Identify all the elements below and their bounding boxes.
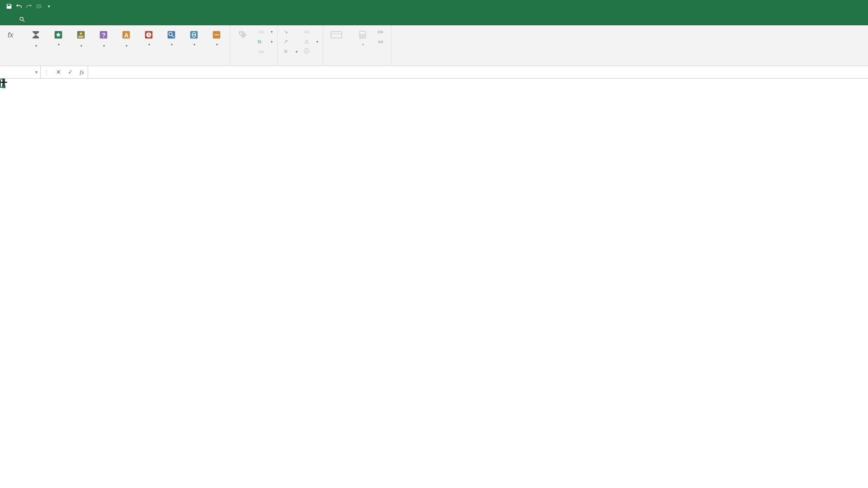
autocomplete-dropdown[interactable] bbox=[0, 79, 1, 80]
undo-icon[interactable] bbox=[15, 3, 23, 10]
save-icon[interactable] bbox=[5, 3, 13, 10]
svg-text:fx: fx bbox=[8, 31, 14, 39]
watch-window-button[interactable] bbox=[326, 26, 347, 42]
trace-precedents-button[interactable]: ↘ bbox=[280, 27, 299, 36]
svg-text:fx: fx bbox=[258, 39, 262, 44]
recent-functions-button[interactable]: ▾ bbox=[48, 26, 69, 47]
datetime-button[interactable]: ▾ bbox=[138, 26, 159, 47]
group-watch bbox=[323, 25, 349, 66]
svg-text:?: ? bbox=[102, 32, 105, 39]
name-box-dropdown-icon[interactable]: ▼ bbox=[34, 70, 38, 75]
calc-now-icon: ▭ bbox=[377, 28, 384, 35]
dependent-icon: ↗ bbox=[282, 38, 289, 45]
formula-icon: fx bbox=[257, 38, 264, 45]
calculate-sheet-button[interactable]: ▭ bbox=[375, 37, 388, 46]
svg-rect-27 bbox=[331, 32, 342, 38]
redo-icon[interactable] bbox=[25, 3, 33, 10]
money-icon bbox=[74, 28, 88, 42]
svg-text:A: A bbox=[124, 32, 128, 39]
svg-rect-8 bbox=[79, 36, 84, 38]
svg-point-1 bbox=[38, 6, 40, 7]
precedent-icon: ↘ bbox=[282, 28, 289, 35]
insert-function-button[interactable]: fx bbox=[3, 26, 24, 42]
logical-button[interactable]: ? ▾ bbox=[93, 26, 114, 49]
formula-bar: ▼ ⋮ ✕ ✓ fx bbox=[0, 66, 868, 79]
svg-rect-29 bbox=[359, 31, 366, 39]
active-cell-editor[interactable] bbox=[0, 79, 5, 88]
remove-arrows-button[interactable]: ✕▾ bbox=[280, 47, 299, 56]
calc-icon bbox=[355, 28, 370, 42]
formula-input[interactable] bbox=[88, 66, 868, 78]
define-icon: ▭ bbox=[257, 28, 264, 35]
question-icon: ? bbox=[96, 28, 111, 42]
theta-icon bbox=[187, 28, 201, 42]
group-function-library: fx ▾ ▾ ▾ ? ▾ A ▾ bbox=[0, 25, 230, 66]
ribbon-tabs bbox=[0, 13, 868, 25]
clock-icon bbox=[142, 28, 156, 42]
eval-icon: ⓘ bbox=[303, 48, 310, 55]
error-icon: ⚠ bbox=[303, 38, 310, 45]
touch-icon[interactable] bbox=[35, 3, 42, 10]
show-icon: ▭ bbox=[303, 28, 310, 35]
more-functions-button[interactable]: ▾ bbox=[206, 26, 227, 47]
cancel-icon[interactable]: ✕ bbox=[52, 66, 64, 78]
svg-point-22 bbox=[214, 34, 216, 36]
fx-icon[interactable]: fx bbox=[76, 66, 88, 78]
customize-qat-icon[interactable]: ▾ bbox=[45, 3, 52, 10]
svg-point-24 bbox=[217, 34, 219, 36]
svg-point-25 bbox=[240, 33, 242, 34]
create-from-selection-button[interactable]: ▭ bbox=[255, 47, 274, 56]
text-button[interactable]: A ▾ bbox=[116, 26, 137, 49]
calculation-options-button[interactable]: ▾ bbox=[352, 26, 373, 47]
calculate-now-button[interactable]: ▭ bbox=[375, 27, 388, 36]
lookup-button[interactable]: ▾ bbox=[161, 26, 182, 47]
evaluate-formula-button[interactable]: ⓘ bbox=[301, 47, 320, 56]
math-button[interactable]: ▾ bbox=[184, 26, 204, 47]
search-icon bbox=[19, 16, 25, 23]
group-formula-auditing: ↘ ↗ ✕▾ ▭ ⚠▾ ⓘ bbox=[278, 25, 323, 66]
calc-sheet-icon: ▭ bbox=[377, 38, 384, 45]
fill-handle[interactable] bbox=[3, 85, 5, 88]
svg-point-23 bbox=[216, 34, 217, 36]
svg-rect-30 bbox=[360, 32, 365, 34]
error-checking-button[interactable]: ⚠▾ bbox=[301, 37, 320, 46]
tell-me-search[interactable] bbox=[19, 16, 28, 25]
text-icon: A bbox=[119, 28, 133, 42]
autosum-button[interactable]: ▾ bbox=[25, 26, 46, 49]
name-box[interactable]: ▼ bbox=[0, 66, 41, 78]
use-in-formula-button[interactable]: fx▾ bbox=[255, 37, 274, 46]
svg-line-3 bbox=[23, 20, 25, 22]
title-bar: ▾ bbox=[0, 0, 868, 13]
lookup-icon bbox=[164, 28, 179, 42]
group-defined-names: ▭▾ fx▾ ▭ bbox=[230, 25, 278, 66]
selection-icon: ▭ bbox=[257, 48, 264, 55]
svg-point-2 bbox=[20, 17, 23, 20]
separator: ⋮ bbox=[41, 66, 52, 78]
star-icon bbox=[51, 28, 66, 42]
more-icon bbox=[209, 28, 224, 42]
define-name-button[interactable]: ▭▾ bbox=[255, 27, 274, 36]
remove-icon: ✕ bbox=[282, 48, 289, 55]
enter-icon[interactable]: ✓ bbox=[64, 66, 76, 78]
sigma-icon bbox=[28, 28, 43, 42]
watch-icon bbox=[329, 28, 344, 42]
svg-point-7 bbox=[80, 33, 82, 35]
ribbon: fx ▾ ▾ ▾ ? ▾ A ▾ bbox=[0, 25, 868, 66]
name-manager-button[interactable] bbox=[233, 26, 254, 42]
tag-icon bbox=[236, 28, 250, 42]
group-calculation: ▾ ▭ ▭ bbox=[349, 25, 392, 66]
fx-icon: fx bbox=[6, 28, 20, 42]
show-formulas-button[interactable]: ▭ bbox=[301, 27, 320, 36]
financial-button[interactable]: ▾ bbox=[71, 26, 91, 49]
trace-dependents-button[interactable]: ↗ bbox=[280, 37, 299, 46]
tab-file[interactable] bbox=[2, 20, 14, 25]
